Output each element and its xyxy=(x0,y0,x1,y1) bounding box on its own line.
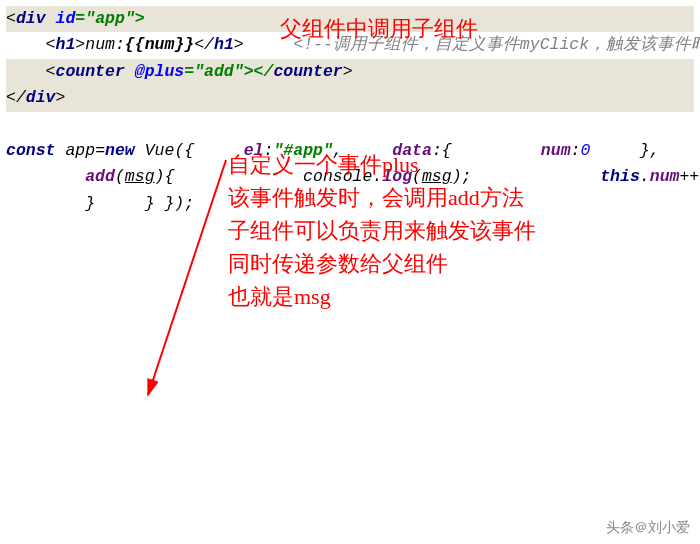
annotation-top: 父组件中调用子组件 xyxy=(280,12,478,45)
code-line-4: <counter @plus="add"></counter> xyxy=(6,59,694,85)
code-line-18: }); xyxy=(164,194,194,213)
code-line-12: methods:{ xyxy=(670,141,700,160)
annotation-main-l5: 也就是msg xyxy=(228,280,536,313)
annotation-main-l4: 同时传递参数给父组件 xyxy=(228,247,536,280)
code-line-7: const app=new Vue({ xyxy=(6,141,194,160)
annotation-main-l1: 自定义一个事件plus xyxy=(228,148,536,181)
annotation-main-l2: 该事件触发时，会调用add方法 xyxy=(228,181,536,214)
code-line-6 xyxy=(6,115,16,134)
annotation-main: 自定义一个事件plus 该事件触发时，会调用add方法 子组件可以负责用来触发该… xyxy=(228,148,536,313)
code-line-13: add(msg){ xyxy=(6,167,174,186)
code-line-5: </div> xyxy=(6,85,694,111)
code-line-17: } xyxy=(105,194,155,213)
code-line-11: }, xyxy=(600,141,659,160)
annotation-main-l3: 子组件可以负责用来触发该事件 xyxy=(228,214,536,247)
code-line-16: } xyxy=(6,194,95,213)
code-line-2: <h1>num:{{num}}</h1> xyxy=(6,35,244,54)
watermark: 头条＠刘小爱 xyxy=(606,516,690,538)
